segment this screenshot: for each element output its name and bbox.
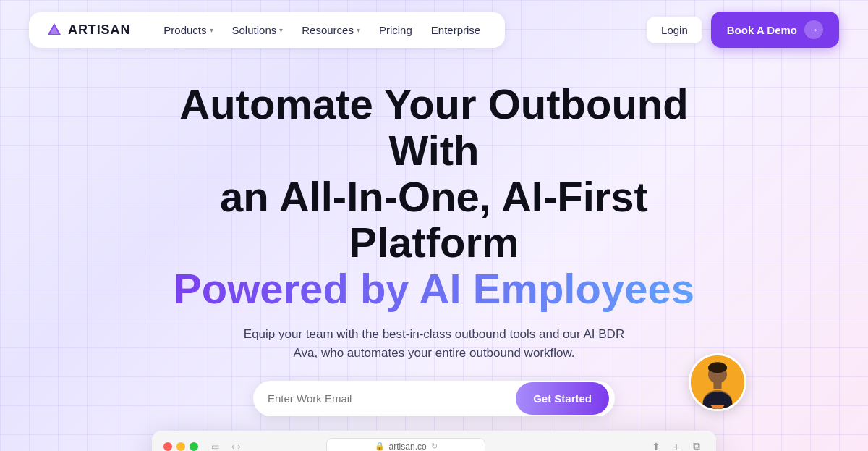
- lock-icon: 🔒: [375, 442, 385, 451]
- back-arrow-icon[interactable]: ‹: [231, 441, 234, 451]
- svg-rect-6: [713, 382, 721, 389]
- chevron-down-icon: ▾: [357, 26, 360, 34]
- artisan-logo-icon: [46, 22, 62, 38]
- hero-gradient-title: Powered by AI Employees: [145, 266, 723, 312]
- email-input[interactable]: [268, 381, 516, 416]
- nav-actions: Login Book A Demo →: [647, 12, 839, 48]
- person-avatar: [691, 355, 744, 409]
- close-button-icon[interactable]: [163, 442, 172, 451]
- hero-title-line1: Automate Your Outbound With: [145, 81, 723, 174]
- book-demo-button[interactable]: Book A Demo →: [711, 12, 839, 48]
- address-text: artisan.co: [389, 442, 427, 451]
- email-input-wrapper: Get Started: [253, 381, 615, 416]
- svg-rect-8: [708, 366, 727, 371]
- navbar: ARTISAN Products ▾ Solutions ▾ Resources…: [0, 0, 868, 59]
- nav-enterprise[interactable]: Enterprise: [424, 20, 488, 41]
- email-form: Get Started: [253, 381, 615, 416]
- browser-mockup-container: ▭ ‹ › 🔒 artisan.co ↻ ⬆ + ⧉ ARTISAN: [152, 431, 716, 451]
- address-bar[interactable]: 🔒 artisan.co ↻: [326, 438, 485, 451]
- forward-arrow-icon[interactable]: ›: [237, 441, 240, 451]
- arrow-right-icon: →: [804, 20, 823, 39]
- nav-pricing[interactable]: Pricing: [372, 20, 420, 41]
- hero-description: Equip your team with the best-in-class o…: [231, 325, 637, 363]
- nav-links: Products ▾ Solutions ▾ Resources ▾ Prici…: [156, 20, 488, 41]
- avatar-bubble: [689, 353, 746, 411]
- browser-mockup: ▭ ‹ › 🔒 artisan.co ↻ ⬆ + ⧉ ARTISAN: [152, 431, 716, 451]
- add-tab-icon[interactable]: +: [668, 439, 684, 451]
- sidebar-toggle-icon[interactable]: ▭: [207, 439, 223, 451]
- browser-nav: ‹ ›: [231, 441, 241, 451]
- reload-icon: ↻: [431, 442, 438, 451]
- browser-bar: ▭ ‹ › 🔒 artisan.co ↻ ⬆ + ⧉: [152, 431, 716, 451]
- share-icon[interactable]: ⬆: [648, 439, 664, 451]
- nav-resources[interactable]: Resources ▾: [294, 20, 367, 41]
- nav-solutions[interactable]: Solutions ▾: [225, 20, 291, 41]
- fullscreen-button-icon[interactable]: [190, 442, 198, 451]
- nav-products[interactable]: Products ▾: [156, 20, 220, 41]
- chevron-down-icon: ▾: [279, 26, 283, 34]
- chevron-down-icon: ▾: [210, 26, 213, 34]
- traffic-lights: [163, 442, 198, 451]
- logo[interactable]: ARTISAN: [46, 22, 130, 38]
- hero-title-line2: an All-In-One, AI-First Platform: [145, 174, 723, 266]
- logo-text: ARTISAN: [68, 22, 130, 38]
- nav-container: ARTISAN Products ▾ Solutions ▾ Resources…: [29, 12, 505, 48]
- minimize-button-icon[interactable]: [176, 442, 185, 451]
- get-started-button[interactable]: Get Started: [516, 382, 609, 415]
- login-button[interactable]: Login: [647, 17, 702, 43]
- copy-icon[interactable]: ⧉: [689, 439, 705, 451]
